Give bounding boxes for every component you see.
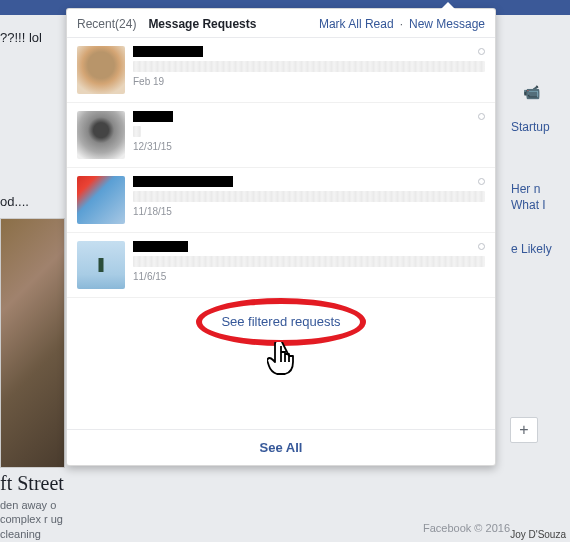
- hand-cursor-annotation: [267, 342, 303, 393]
- bg-photo: [0, 218, 65, 468]
- message-list: Feb 19 12/31/15 11/18/15: [67, 38, 495, 298]
- message-item[interactable]: 11/18/15: [67, 168, 495, 233]
- bg-link-1[interactable]: Startup: [511, 120, 566, 134]
- bg-article-title: ft Street: [0, 472, 64, 495]
- message-item[interactable]: Feb 19: [67, 38, 495, 103]
- unread-indicator[interactable]: [478, 178, 485, 185]
- copyright: Facebook © 2016: [423, 522, 510, 534]
- bg-article-desc: den away o complex r ug cleaning: [0, 498, 65, 541]
- avatar: [77, 176, 125, 224]
- image-credit: Joy D'Souza: [510, 529, 566, 540]
- see-all-link[interactable]: See All: [67, 429, 495, 465]
- message-date: 11/6/15: [133, 271, 485, 282]
- bg-link-2[interactable]: Her n What I: [511, 182, 566, 213]
- avatar: [77, 111, 125, 159]
- message-preview-redacted: [133, 61, 485, 72]
- mark-all-read-link[interactable]: Mark All Read: [319, 17, 394, 31]
- sender-name-redacted: [133, 46, 203, 57]
- message-preview-redacted: [133, 126, 141, 137]
- unread-indicator[interactable]: [478, 243, 485, 250]
- avatar: [77, 241, 125, 289]
- sender-name-redacted: [133, 111, 173, 122]
- message-date: 12/31/15: [133, 141, 485, 152]
- dropdown-arrow: [441, 2, 455, 9]
- message-preview-redacted: [133, 191, 485, 202]
- bg-post-text2: od....: [0, 194, 29, 209]
- tab-message-requests[interactable]: Message Requests: [148, 17, 256, 31]
- avatar: [77, 46, 125, 94]
- message-item[interactable]: 12/31/15: [67, 103, 495, 168]
- dropdown-header: Recent(24) Message Requests Mark All Rea…: [67, 9, 495, 38]
- messages-dropdown: Recent(24) Message Requests Mark All Rea…: [66, 8, 496, 466]
- camera-icon: 📹: [523, 84, 540, 100]
- unread-indicator[interactable]: [478, 48, 485, 55]
- separator: ·: [400, 17, 403, 31]
- message-date: 11/18/15: [133, 206, 485, 217]
- bg-post-text: ??!!! lol: [0, 30, 42, 45]
- sender-name-redacted: [133, 176, 233, 187]
- unread-indicator[interactable]: [478, 113, 485, 120]
- filtered-requests-row: See filtered requests: [67, 298, 495, 429]
- tab-recent[interactable]: Recent(24): [77, 17, 136, 31]
- message-preview-redacted: [133, 256, 485, 267]
- sender-name-redacted: [133, 241, 188, 252]
- message-date: Feb 19: [133, 76, 485, 87]
- add-button[interactable]: +: [510, 417, 538, 443]
- message-item[interactable]: 11/6/15: [67, 233, 495, 298]
- new-message-link[interactable]: New Message: [409, 17, 485, 31]
- bg-link-3[interactable]: e Likely: [511, 242, 566, 258]
- see-filtered-requests-link[interactable]: See filtered requests: [221, 314, 340, 329]
